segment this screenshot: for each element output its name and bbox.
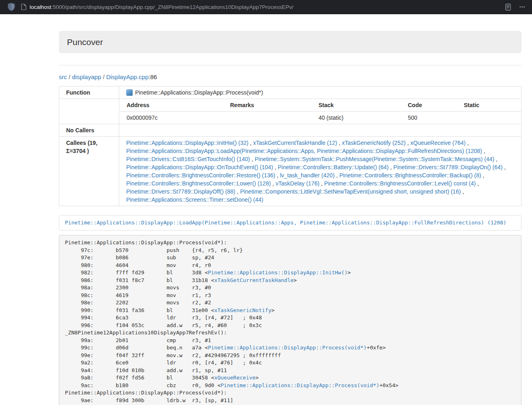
breadcrumb: src / displayapp / DisplayApp.cpp:86	[59, 73, 521, 81]
code-symbol-link[interactable]: xTaskGetCurrentTaskHandle	[214, 277, 294, 283]
function-row: Function Pinetime::Applications::Display…	[59, 86, 521, 99]
callee-link[interactable]: xTaskGetCurrentTaskHandle (12)	[253, 140, 337, 146]
callees-label: Callees (19, Σ=3704 )	[59, 137, 119, 206]
callee-link[interactable]: Pinetime::Drivers::St7789::DisplayOn() (…	[393, 164, 502, 170]
divider	[59, 65, 521, 65]
breadcrumb-link-file[interactable]: DisplayApp.cpp	[106, 73, 149, 80]
callee-link[interactable]: Pinetime::Components::LittleVgl::SetNewT…	[240, 188, 461, 195]
breadcrumb-separator: /	[67, 73, 72, 80]
function-name-cell: Pinetime::Applications::DisplayApp::Proc…	[119, 86, 521, 99]
callee-link[interactable]: vTaskDelay (176)	[276, 180, 319, 187]
more-menu-icon[interactable]	[519, 4, 526, 10]
tracking-protection-shield-icon[interactable]	[7, 2, 15, 11]
page-header: Puncover	[59, 31, 521, 53]
callee-link[interactable]: Pinetime::Controllers::BrightnessControl…	[126, 172, 275, 179]
code-symbol-link[interactable]: Pinetime::Applications::DisplayApp::Proc…	[221, 382, 379, 388]
callee-link[interactable]: Pinetime::Drivers::Cst816S::GetTouchInfo…	[126, 156, 250, 162]
page-favicon-icon	[21, 4, 26, 10]
callee-link[interactable]: Pinetime::Drivers::St7789::DisplayOff() …	[126, 188, 235, 195]
function-table: Function Pinetime::Applications::Display…	[59, 86, 521, 206]
reader-mode-icon[interactable]	[505, 4, 511, 11]
callee-link[interactable]: lv_task_handler (420)	[280, 172, 335, 179]
breadcrumb-separator: /	[101, 73, 106, 80]
code-column-header: Code	[405, 99, 461, 112]
function-icon	[126, 89, 133, 96]
callee-link[interactable]: xTaskGenericNotify (252)	[342, 140, 405, 146]
stack-column-header: Stack	[315, 99, 405, 112]
callee-link[interactable]: Pinetime::Controllers::BrightnessControl…	[126, 180, 271, 187]
symbol-highlight-link[interactable]: Pinetime::Applications::DisplayApp::Load…	[65, 220, 506, 226]
callee-link[interactable]: xQueueReceive (764)	[410, 140, 465, 146]
callee-link[interactable]: Pinetime::Applications::DisplayApp::Load…	[126, 148, 482, 154]
callee-link[interactable]: Pinetime::Controllers::BrightnessControl…	[324, 180, 476, 187]
symbol-highlight-box: Pinetime::Applications::DisplayApp::Load…	[59, 215, 521, 231]
address-value: 0x0000097c	[119, 112, 227, 124]
disassembly-code: Pinetime::Applications::DisplayApp::Proc…	[59, 235, 521, 405]
function-name: Pinetime::Applications::DisplayApp::Proc…	[135, 89, 263, 96]
url-path: :5000/path/src/displayapp/DisplayApp.cpp…	[51, 4, 293, 10]
no-callers-row: No Callers	[59, 124, 521, 137]
static-column-header: Static	[461, 99, 521, 112]
no-callers-label: No Callers	[59, 124, 119, 137]
url-text[interactable]: localhost:5000/path/src/displayapp/Displ…	[30, 4, 505, 10]
breadcrumb-line-number: :86	[149, 73, 157, 80]
static-value	[461, 112, 521, 124]
browser-url-bar: localhost:5000/path/src/displayapp/Displ…	[0, 0, 532, 14]
main-content: Puncover src / displayapp / DisplayApp.c…	[59, 14, 521, 405]
code-symbol-link[interactable]: Pinetime::Applications::DisplayApp::Proc…	[208, 345, 366, 351]
callee-link[interactable]: Pinetime::Applications::DisplayApp::Init…	[126, 140, 248, 146]
callee-link[interactable]: Pinetime::Controllers::BrightnessControl…	[339, 172, 481, 179]
url-host: localhost	[30, 4, 51, 10]
function-row-label: Function	[59, 86, 119, 99]
code-symbol-link[interactable]: xTaskGenericNotify	[214, 307, 271, 313]
callees-list: Pinetime::Applications::DisplayApp::Init…	[119, 137, 521, 206]
code-size-value: 500	[405, 112, 461, 124]
address-column-header: Address	[119, 99, 227, 112]
remarks-value	[227, 112, 315, 124]
callee-link[interactable]: Pinetime::System::SystemTask::PushMessag…	[255, 156, 495, 162]
code-symbol-link[interactable]: Pinetime::Applications::DisplayApp::Init…	[208, 269, 347, 276]
breadcrumb-link-src[interactable]: src	[59, 73, 67, 80]
detail-values-row: 0x0000097c 40 (static) 500	[119, 112, 521, 124]
page-title: Puncover	[67, 37, 513, 47]
detail-table: Address Remarks Stack Code Static 0x0000…	[119, 99, 521, 124]
callee-link[interactable]: Pinetime::Applications::Screens::Timer::…	[126, 196, 263, 203]
stack-value: 40 (static)	[315, 112, 405, 124]
callees-row: Callees (19, Σ=3704 ) Pinetime::Applicat…	[59, 137, 521, 206]
remarks-column-header: Remarks	[227, 99, 315, 112]
callee-link[interactable]: Pinetime::Controllers::Battery::Update()…	[278, 164, 389, 170]
code-symbol-link[interactable]: xQueueReceive	[214, 375, 256, 381]
breadcrumb-link-displayapp[interactable]: displayapp	[72, 73, 101, 80]
callee-link[interactable]: Pinetime::Applications::DisplayApp::OnTo…	[126, 164, 273, 170]
detail-row: Address Remarks Stack Code Static 0x0000…	[59, 99, 521, 124]
